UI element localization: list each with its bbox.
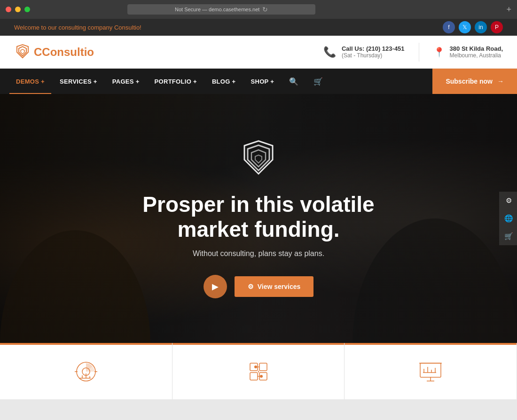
hero-logo-icon: [237, 139, 280, 183]
announcement-bar: Welcome to our consulting company Consul…: [0, 19, 517, 36]
card-presentation[interactable]: [345, 343, 517, 399]
facebook-icon[interactable]: f: [443, 21, 455, 33]
bottom-cards: [0, 343, 517, 399]
search-icon[interactable]: 🔍: [282, 69, 305, 94]
subscribe-button[interactable]: Subscribe now →: [432, 69, 517, 94]
hero-content: Prosper in this volatile market funding.…: [0, 94, 517, 343]
nav-pages[interactable]: Pages +: [106, 69, 146, 94]
nav-services[interactable]: Services +: [53, 69, 104, 94]
phone-icon: 📞: [323, 46, 336, 58]
hero-buttons: ▶ ⚙ View services: [204, 275, 314, 298]
minimize-button[interactable]: [15, 7, 21, 12]
browser-chrome: Not Secure — demo.casethemes.net ↻ +: [0, 0, 517, 19]
analytics-icon: [74, 359, 98, 387]
svg-point-16: [260, 375, 263, 378]
svg-rect-17: [420, 363, 441, 377]
nav-portfolio[interactable]: Portfolio +: [148, 69, 204, 94]
svg-point-15: [254, 366, 257, 368]
address-bar[interactable]: Not Secure — demo.casethemes.net ↻: [127, 4, 315, 15]
logo-icon: [14, 44, 31, 61]
pinterest-icon[interactable]: P: [491, 21, 503, 33]
announcement-text: Welcome to our consulting company Consul…: [14, 24, 141, 31]
svg-rect-10: [250, 373, 258, 380]
logo-text: CConsultio: [34, 46, 94, 59]
website-content: Welcome to our consulting company Consul…: [0, 19, 517, 399]
gear-icon: ⚙: [248, 283, 254, 290]
collaboration-icon: [246, 359, 271, 387]
social-icons: f 𝕏 in P: [443, 21, 503, 33]
new-tab-button[interactable]: +: [506, 5, 511, 15]
contact-info: Call Us: (210) 123-451 (Sat - Thursday): [342, 45, 405, 59]
nav-shop[interactable]: Shop +: [244, 69, 281, 94]
hero-section: ⚙ 🌐 🛒 Prosper in this volatile market fu…: [0, 94, 517, 343]
view-services-button[interactable]: ⚙ View services: [235, 276, 314, 297]
linkedin-icon[interactable]: in: [475, 21, 487, 33]
settings-sidebar-icon[interactable]: ⚙: [499, 192, 517, 210]
sidebar-right: ⚙ 🌐 🛒: [499, 192, 517, 245]
header-divider: [419, 43, 419, 62]
nav-links: Demos + Services + Pages + Portfolio + B…: [9, 69, 329, 94]
card-analytics[interactable]: [0, 343, 172, 399]
globe-sidebar-icon[interactable]: 🌐: [499, 210, 517, 227]
maximize-button[interactable]: [24, 7, 30, 12]
nav-blog[interactable]: Blog +: [205, 69, 243, 94]
reload-icon[interactable]: ↻: [262, 6, 268, 13]
address-info: 380 St Kilda Road, Melbourne, Australia: [450, 45, 503, 59]
site-header: CConsultio 📞 Call Us: (210) 123-451 (Sat…: [0, 36, 517, 69]
hero-subtitle: Without consulting, plans stay as plans.: [193, 249, 324, 258]
nav-demos[interactable]: Demos +: [9, 69, 51, 94]
address-contact: 📍 380 St Kilda Road, Melbourne, Australi…: [433, 45, 503, 59]
cart-sidebar-icon[interactable]: 🛒: [499, 227, 517, 245]
cart-icon[interactable]: 🛒: [307, 69, 329, 94]
svg-rect-9: [259, 363, 267, 371]
play-button[interactable]: ▶: [204, 275, 227, 298]
phone-contact: 📞 Call Us: (210) 123-451 (Sat - Thursday…: [323, 45, 405, 59]
twitter-icon[interactable]: 𝕏: [459, 21, 471, 33]
header-right: 📞 Call Us: (210) 123-451 (Sat - Thursday…: [323, 43, 503, 62]
logo[interactable]: CConsultio: [14, 44, 94, 61]
hero-title: Prosper in this volatile market funding.: [108, 192, 409, 242]
navbar: Demos + Services + Pages + Portfolio + B…: [0, 69, 517, 94]
location-icon: 📍: [433, 47, 445, 58]
arrow-right-icon: →: [497, 78, 504, 85]
card-collaboration[interactable]: [172, 343, 345, 399]
presentation-icon: [418, 359, 443, 387]
close-button[interactable]: [6, 7, 11, 12]
